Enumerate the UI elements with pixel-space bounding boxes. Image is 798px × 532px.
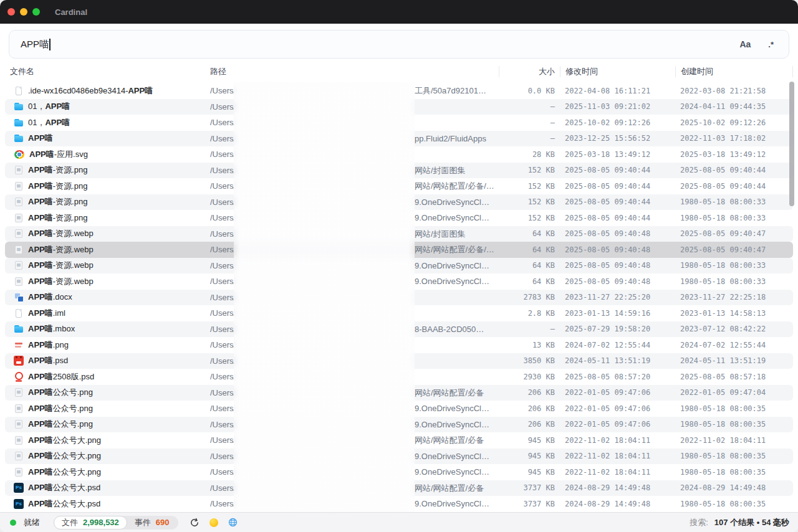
column-header-size[interactable]: 大小: [499, 66, 560, 77]
files-count: 2,998,532: [83, 518, 119, 527]
file-created-time: 1980-05-18 08:00:35: [675, 420, 793, 429]
image-file-icon: [14, 277, 24, 287]
file-name: APP喵.mbox: [28, 323, 75, 335]
column-header-name[interactable]: 文件名: [10, 66, 210, 77]
image-file-icon: [14, 229, 24, 239]
file-name-cell: APP喵-资源.webp: [10, 276, 210, 287]
table-body: .ide-wx16cd0486eb9e3414-APP喵 /Users/工具/5…: [5, 83, 793, 512]
file-size: 3850 KB: [499, 356, 560, 365]
scrollbar-thumb[interactable]: [789, 82, 794, 206]
file-name: APP喵.png: [28, 340, 69, 351]
file-name-cell: APP喵.mbox: [10, 323, 210, 335]
file-modified-time: 2024-08-29 14:49:48: [560, 500, 675, 508]
traffic-lights: [7, 8, 40, 16]
text-caret: [49, 39, 50, 50]
file-name-cell: APP喵2508版.psd: [10, 371, 210, 382]
word-icon: [14, 292, 24, 302]
refresh-icon: [190, 518, 200, 528]
file-created-time: 2023-07-12 08:42:22: [675, 325, 793, 333]
file-created-time: 1980-05-18 08:00:35: [675, 452, 793, 460]
refresh-button[interactable]: [190, 518, 200, 528]
file-modified-time: 2022-01-05 09:47:06: [560, 388, 675, 397]
file-modified-time: 2022-11-02 18:04:11: [560, 468, 675, 477]
file-created-time: 1980-05-18 08:00:35: [675, 500, 793, 508]
column-header-created[interactable]: 创建时间: [675, 66, 793, 77]
file-name: APP喵.iml: [28, 308, 65, 319]
cardinal-window: Cardinal APP喵 Aa .* 文件名 路径 大小 修改时间 创建时间 …: [0, 0, 798, 532]
chrome-icon: [14, 150, 24, 159]
file-created-time: 2024-08-29 14:49:48: [675, 483, 793, 492]
file-size: 64 KB: [499, 277, 560, 286]
file-size: 152 KB: [499, 214, 560, 222]
close-button[interactable]: [7, 8, 15, 16]
file-modified-time: 2025-08-05 09:40:48: [560, 261, 675, 270]
red-cat-icon: [14, 356, 24, 366]
file-created-time: 2024-05-11 13:51:19: [675, 356, 793, 365]
file-modified-time: 2025-08-05 09:40:44: [560, 214, 675, 222]
file-icon: [14, 86, 24, 96]
file-created-time: 2024-04-11 09:44:35: [675, 102, 793, 111]
file-name-cell: APP喵: [10, 133, 210, 144]
file-size: 13 KB: [499, 341, 560, 349]
file-created-time: 1980-05-18 08:00:35: [675, 468, 793, 477]
file-name: APP喵-资源.png: [28, 196, 87, 207]
minimize-button[interactable]: [20, 8, 27, 16]
case-sensitive-toggle[interactable]: Aa: [739, 39, 751, 49]
image-file-icon: [14, 467, 24, 477]
file-size: 64 KB: [499, 229, 560, 238]
file-created-time: 2025-08-05 08:57:18: [675, 373, 793, 381]
file-name: APP喵.docx: [28, 292, 72, 303]
regex-toggle[interactable]: .*: [768, 40, 774, 49]
file-created-time: 2024-07-02 12:55:44: [675, 341, 793, 349]
file-created-time: 1980-05-18 08:00:33: [675, 197, 793, 206]
zoom-button[interactable]: [32, 8, 40, 16]
file-name-cell: APP喵-应用.svg: [10, 149, 210, 160]
column-header-path[interactable]: 路径: [210, 66, 499, 77]
file-created-time: 1980-05-18 08:00:33: [675, 277, 793, 286]
image-file-icon: [14, 451, 24, 461]
events-label: 事件: [135, 517, 151, 528]
file-name: APP喵公众号大.psd: [28, 498, 100, 510]
table-header: 文件名 路径 大小 修改时间 创建时间: [5, 64, 793, 79]
file-created-time: 2025-08-05 09:40:47: [675, 245, 793, 254]
file-created-time: 2025-08-05 09:40:44: [675, 182, 793, 191]
file-modified-time: 2022-11-02 18:04:11: [560, 452, 675, 460]
file-size: 206 KB: [499, 420, 560, 429]
file-modified-time: 2023-01-13 14:59:16: [560, 309, 675, 318]
events-counter: 事件 690: [127, 517, 178, 528]
file-name: APP喵公众号.png: [28, 387, 93, 398]
file-modified-time: 2023-12-25 15:56:52: [560, 134, 675, 143]
file-name-cell: APP喵公众号大.psd: [10, 482, 210, 493]
file-name: APP喵-资源.webp: [28, 244, 94, 255]
file-name-cell: APP喵-资源.webp: [10, 244, 210, 255]
file-created-time: 1980-05-18 08:00:33: [675, 261, 793, 270]
file-modified-time: 2025-08-05 09:40:44: [560, 197, 675, 206]
file-name-cell: 01，APP喵: [10, 101, 210, 112]
redaction-blur-overlay: [234, 82, 415, 512]
file-name-cell: APP喵-资源.png: [10, 196, 210, 207]
file-size: 3737 KB: [499, 500, 560, 508]
title-bar: Cardinal: [0, 0, 798, 24]
file-modified-time: 2025-08-05 09:40:48: [560, 229, 675, 238]
red-logo-icon: [14, 340, 24, 350]
file-size: 945 KB: [499, 436, 560, 445]
search-status-label: 搜索:: [690, 517, 708, 528]
window-title: Cardinal: [55, 7, 87, 17]
file-created-time: 2025-10-02 09:12:26: [675, 118, 793, 127]
column-header-modified[interactable]: 修改时间: [560, 66, 675, 77]
file-name-cell: APP喵公众号.png: [10, 419, 210, 430]
file-size: 0.0 KB: [499, 87, 560, 95]
file-modified-time: 2025-08-05 09:40:44: [560, 182, 675, 191]
file-name: APP喵: [28, 133, 53, 144]
file-name: APP喵-资源.webp: [28, 276, 94, 287]
file-modified-time: 2024-08-29 14:49:48: [560, 483, 675, 492]
ready-label: 就绪: [24, 517, 40, 528]
file-name: APP喵-资源.webp: [28, 228, 94, 239]
file-name: APP喵-资源.png: [28, 181, 87, 192]
search-input[interactable]: APP喵 Aa .*: [9, 30, 789, 59]
file-name-cell: APP喵公众号大.png: [10, 450, 210, 462]
image-file-icon: [14, 181, 24, 191]
file-created-time: 2025-08-05 09:40:47: [675, 229, 793, 238]
file-name-cell: APP喵.png: [10, 340, 210, 351]
image-file-icon: [14, 197, 24, 207]
